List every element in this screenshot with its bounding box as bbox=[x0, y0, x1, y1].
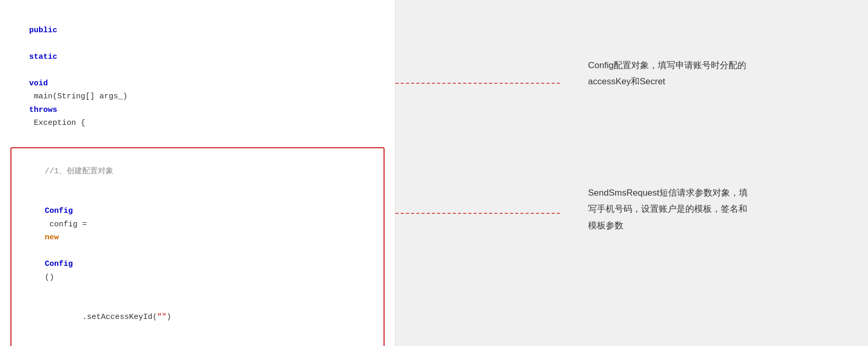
annotation-panel: Config配置对象，填写申请账号时分配的 accessKey和Secret S… bbox=[395, 0, 868, 346]
comment-line-1: //1、创建配置对象 bbox=[17, 151, 378, 191]
annotation-1-text: Config配置对象，填写申请账号时分配的 bbox=[588, 60, 746, 70]
annotation-2-text: SendSmsRequest短信请求参数对象，填 bbox=[588, 188, 748, 198]
keyword-static: static bbox=[29, 53, 57, 61]
config-line-1: Config config = new Config () bbox=[17, 191, 378, 298]
config-line-2: .setAccessKeyId("") bbox=[17, 298, 378, 338]
keyword-throws: throws bbox=[29, 106, 57, 114]
keyword-public: public bbox=[29, 26, 57, 35]
config-line-3: .setAccessKeySecret("") bbox=[17, 337, 378, 346]
connector-lines bbox=[395, 0, 868, 346]
annotation-2-text2: 写手机号码，设置账户是的模板，签名和 bbox=[588, 204, 747, 214]
keyword-void: void bbox=[29, 79, 48, 88]
code-panel: public static void main(String[] args_) … bbox=[0, 0, 395, 346]
code-line-main: public static void main(String[] args_) … bbox=[10, 10, 385, 143]
annotation-1: Config配置对象，填写申请账号时分配的 accessKey和Secret bbox=[588, 57, 746, 90]
annotation-1-text2: accessKey和Secret bbox=[588, 76, 665, 86]
annotation-2: SendSmsRequest短信请求参数对象，填 写手机号码，设置账户是的模板，… bbox=[588, 185, 748, 234]
config-block: //1、创建配置对象 Config config = new Config ()… bbox=[10, 147, 385, 346]
annotation-2-text3: 模板参数 bbox=[588, 221, 623, 230]
